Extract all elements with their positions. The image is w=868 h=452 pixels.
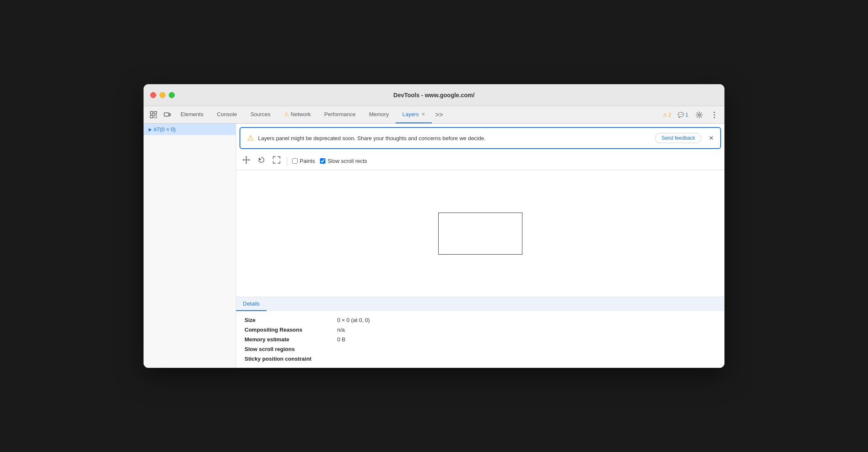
comment-icon: 💬 bbox=[678, 112, 684, 118]
layers-sidebar: ▶ #7(0 × 0) bbox=[144, 124, 236, 368]
details-table: Size0 × 0 (at 0, 0)Compositing Reasonsn/… bbox=[236, 311, 724, 368]
svg-rect-0 bbox=[150, 112, 153, 114]
device-toolbar-button[interactable] bbox=[160, 108, 174, 122]
detail-row: Size0 × 0 (at 0, 0) bbox=[245, 315, 716, 325]
tab-layers-close[interactable]: ✕ bbox=[421, 112, 425, 117]
tabs-container: Elements Console Sources ⚠ Network Perfo… bbox=[174, 106, 660, 123]
detail-row: Slow scroll regions bbox=[245, 344, 716, 354]
inspect-element-button[interactable] bbox=[147, 108, 160, 122]
svg-marker-16 bbox=[259, 157, 261, 160]
close-button[interactable] bbox=[150, 92, 156, 98]
layer-canvas[interactable] bbox=[236, 170, 724, 297]
network-warning-icon: ⚠ bbox=[284, 111, 289, 117]
detail-value: 0 B bbox=[337, 336, 346, 343]
fit-tool-button[interactable] bbox=[272, 155, 282, 167]
more-tabs-button[interactable]: >> bbox=[432, 106, 447, 123]
sidebar-arrow: ▶ bbox=[149, 127, 152, 132]
traffic-lights bbox=[150, 92, 175, 98]
minimize-button[interactable] bbox=[160, 92, 165, 98]
tab-sources[interactable]: Sources bbox=[244, 106, 277, 123]
paints-checkbox-label[interactable]: Paints bbox=[292, 158, 315, 164]
titlebar: DevTools - www.google.com/ bbox=[144, 84, 724, 106]
detail-row: Memory estimate0 B bbox=[245, 335, 716, 344]
tab-elements[interactable]: Elements bbox=[174, 106, 210, 123]
svg-point-9 bbox=[714, 117, 715, 118]
svg-rect-1 bbox=[150, 115, 153, 118]
banner-message: Layers panel might be deprecated soon. S… bbox=[258, 135, 647, 141]
detail-row: Sticky position constraint bbox=[245, 354, 716, 364]
toolbar-separator bbox=[287, 157, 287, 165]
banner-close-button[interactable]: × bbox=[709, 134, 714, 142]
slow-scroll-checkbox-label[interactable]: Slow scroll rects bbox=[320, 158, 367, 164]
svg-marker-14 bbox=[242, 159, 244, 161]
details-tab[interactable]: Details bbox=[236, 297, 266, 311]
svg-rect-4 bbox=[164, 113, 169, 116]
detail-key: Sticky position constraint bbox=[245, 356, 337, 362]
layers-toolbar: Paints Slow scroll rects bbox=[236, 152, 724, 170]
tab-console[interactable]: Console bbox=[210, 106, 244, 123]
tab-memory[interactable]: Memory bbox=[362, 106, 396, 123]
maximize-button[interactable] bbox=[169, 92, 175, 98]
devtools-window: DevTools - www.google.com/ Elements Cons… bbox=[144, 84, 724, 368]
window-title: DevTools - www.google.com/ bbox=[394, 92, 475, 98]
detail-key: Memory estimate bbox=[245, 336, 337, 343]
detail-key: Size bbox=[245, 317, 337, 323]
comment-count-badge[interactable]: 💬 1 bbox=[675, 111, 691, 119]
svg-marker-12 bbox=[245, 156, 247, 157]
deprecation-banner: ⚠ Layers panel might be deprecated soon.… bbox=[240, 127, 721, 149]
svg-rect-2 bbox=[154, 112, 157, 114]
layers-main-content: ⚠ Layers panel might be deprecated soon.… bbox=[236, 124, 724, 368]
details-section: Details bbox=[236, 297, 724, 311]
detail-key: Slow scroll regions bbox=[245, 346, 337, 352]
toolbar-right: ⚠ 2 💬 1 bbox=[660, 108, 721, 122]
tab-layers[interactable]: Layers ✕ bbox=[396, 106, 432, 123]
detail-value: n/a bbox=[337, 327, 345, 333]
banner-warning-icon: ⚠ bbox=[247, 133, 254, 143]
paints-checkbox[interactable] bbox=[292, 158, 298, 164]
devtools-toolbar: Elements Console Sources ⚠ Network Perfo… bbox=[144, 106, 724, 124]
layer-rectangle bbox=[438, 213, 522, 255]
sidebar-item-layer[interactable]: ▶ #7(0 × 0) bbox=[144, 124, 236, 135]
rotate-tool-button[interactable] bbox=[256, 155, 266, 167]
svg-point-7 bbox=[714, 112, 715, 113]
svg-point-8 bbox=[714, 114, 715, 115]
devtools-body: ▶ #7(0 × 0) ⚠ Layers panel might be depr… bbox=[144, 124, 724, 368]
svg-rect-3 bbox=[154, 115, 157, 118]
more-options-button[interactable] bbox=[708, 108, 721, 122]
warning-count-badge[interactable]: ⚠ 2 bbox=[660, 111, 674, 119]
svg-marker-15 bbox=[249, 159, 250, 161]
pan-tool-button[interactable] bbox=[241, 155, 251, 167]
settings-button[interactable] bbox=[692, 108, 706, 122]
warning-icon: ⚠ bbox=[663, 112, 667, 118]
send-feedback-button[interactable]: Send feedback bbox=[655, 133, 701, 143]
slow-scroll-checkbox[interactable] bbox=[320, 158, 325, 164]
detail-value: 0 × 0 (at 0, 0) bbox=[337, 317, 370, 323]
detail-key: Compositing Reasons bbox=[245, 327, 337, 333]
svg-rect-5 bbox=[169, 114, 170, 116]
detail-row: Compositing Reasonsn/a bbox=[245, 325, 716, 335]
svg-marker-13 bbox=[245, 162, 247, 164]
tab-performance[interactable]: Performance bbox=[317, 106, 362, 123]
tab-network[interactable]: ⚠ Network bbox=[277, 106, 318, 123]
svg-point-6 bbox=[698, 114, 700, 116]
